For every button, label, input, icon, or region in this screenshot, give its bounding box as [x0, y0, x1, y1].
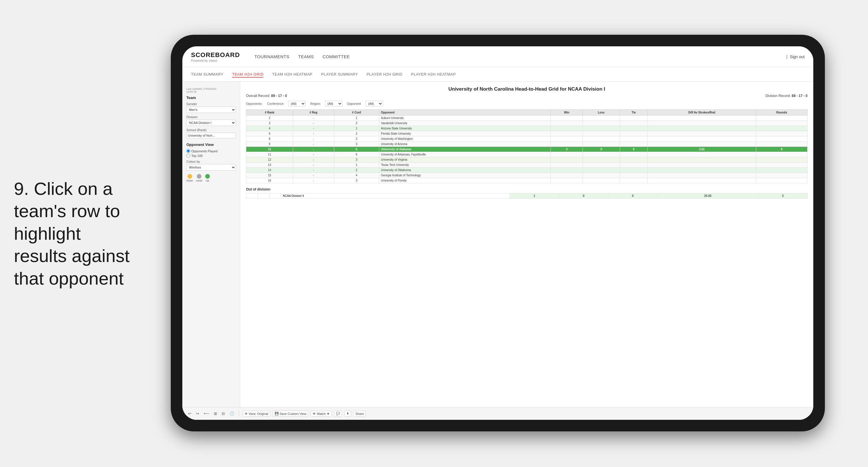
paste-btn[interactable]: ⊟: [221, 411, 226, 416]
undo-btn[interactable]: ↩: [187, 411, 192, 416]
sub-navbar: TEAM SUMMARY TEAM H2H GRID TEAM H2H HEAT…: [182, 67, 813, 82]
legend-down-dot: [188, 174, 192, 179]
table-row[interactable]: 8-2University of Washington: [246, 136, 807, 142]
instruction-body: Click on a team's row to highlight resul…: [14, 179, 130, 288]
subnav-team-h2h-heatmap[interactable]: TEAM H2H HEATMAP: [272, 71, 312, 78]
table-row[interactable]: 4-1Arizona State University: [246, 126, 807, 131]
legend: Down Level Up: [186, 174, 236, 182]
back-btn[interactable]: ⟵: [203, 411, 210, 416]
ood-rounds: 3: [758, 194, 807, 199]
school-input[interactable]: [186, 133, 236, 138]
sign-out-divider: |: [786, 54, 787, 59]
nav-tournaments[interactable]: TOURNAMENTS: [254, 53, 289, 60]
table-row[interactable]: 11-6University of Arkansas, Fayetteville: [246, 152, 807, 157]
save-custom-btn[interactable]: 💾 Save Custom View: [273, 411, 309, 417]
bottom-toolbar: ↩ ↪ ⟵ ⊞ ⊟ 🕐 👁 View: Original 💾 Save Cust…: [182, 407, 813, 420]
school-label: School (Rank): [186, 128, 236, 132]
last-updated: Last Updated: 27/03/2024 16:55:38: [186, 87, 236, 93]
sign-out-link[interactable]: Sign out: [790, 54, 805, 59]
gender-label: Gender: [186, 102, 236, 106]
colour-by-label: Colour by: [186, 160, 236, 163]
colour-by-select[interactable]: Win/loss: [186, 164, 236, 171]
gender-select[interactable]: Men's: [186, 107, 236, 113]
scene: 9. Click on a team's row to highlight re…: [0, 0, 868, 467]
app-navbar: SCOREBOARD Powered by clippd TOURNAMENTS…: [182, 46, 813, 67]
table-row[interactable]: 9-3University of Arizona: [246, 142, 807, 147]
opponent-filter-select[interactable]: (All): [366, 101, 383, 107]
col-conf: # Conf: [334, 110, 379, 116]
main-content: Last Updated: 27/03/2024 16:55:38 Team G…: [182, 82, 813, 420]
subnav-team-h2h-grid[interactable]: TEAM H2H GRID: [232, 71, 264, 78]
opponents-filter-label: Opponents:: [246, 102, 262, 106]
table-row[interactable]: 6-2Florida State University: [246, 131, 807, 136]
logo-text: SCOREBOARD: [191, 51, 240, 59]
nav-teams[interactable]: TEAMS: [298, 53, 314, 60]
ood-tie: 0: [608, 194, 657, 199]
legend-up-dot: [205, 174, 210, 179]
logo-area: SCOREBOARD Powered by clippd: [191, 51, 240, 62]
table-row[interactable]: 12-3University of Virginia: [246, 157, 807, 163]
opponent-filter-label: Opponent: [347, 102, 361, 106]
conference-filter-select[interactable]: (All): [288, 101, 306, 107]
opponent-view-group: Opponents Played Top 100: [186, 149, 236, 157]
region-filter-select[interactable]: (All): [325, 101, 342, 107]
ood-win: 1: [510, 194, 559, 199]
watch-btn[interactable]: 👁 Watch ▼: [311, 411, 332, 417]
table-row[interactable]: 13-1Texas Tech University: [246, 163, 807, 168]
overall-record: Overall Record: 89 - 17 - 0: [246, 94, 287, 98]
table-header-row: # Rank # Reg # Conf Opponent Win Loss Ti…: [246, 110, 807, 116]
comment-btn[interactable]: 💬: [334, 411, 342, 417]
sign-out-area: | Sign out: [786, 54, 805, 59]
subnav-team-summary[interactable]: TEAM SUMMARY: [191, 71, 223, 78]
sidebar-team-title: Team: [186, 95, 236, 100]
table-row[interactable]: 16-3University of Florida: [246, 178, 807, 183]
region-filter-label: Region: [310, 102, 320, 106]
share-btn[interactable]: Share: [353, 411, 366, 417]
out-of-division-header: Out of division: [246, 187, 807, 192]
legend-down: Down: [186, 174, 193, 182]
col-rounds: Rounds: [756, 110, 807, 116]
col-opponent: Opponent: [379, 110, 551, 116]
out-of-division-row[interactable]: NCAA Division II 1 0 0 26.00 3: [246, 194, 807, 199]
table-row[interactable]: 3-2Vanderbilt University: [246, 121, 807, 126]
clock-btn[interactable]: 🕐: [228, 411, 235, 416]
table-row[interactable]: 11-5University of Alabama3002.618: [246, 147, 807, 152]
table-row[interactable]: 2-1Auburn University: [246, 116, 807, 121]
ood-reg: [258, 194, 270, 199]
tablet-device: SCOREBOARD Powered by clippd TOURNAMENTS…: [171, 35, 825, 431]
out-of-division-table: NCAA Division II 1 0 0 26.00 3: [246, 193, 807, 199]
table-row[interactable]: 14-2University of Oklahoma: [246, 168, 807, 173]
nav-items: TOURNAMENTS TEAMS COMMITTEE: [254, 53, 775, 60]
nav-committee[interactable]: COMMITTEE: [322, 53, 350, 60]
division-record: Division Record: 88 - 17 - 0: [766, 94, 807, 98]
ood-diff: 26.00: [657, 194, 758, 199]
tablet-screen: SCOREBOARD Powered by clippd TOURNAMENTS…: [182, 46, 813, 420]
col-diff: Diff Av Strokes/Rnd: [648, 110, 756, 116]
step-number: 9.: [14, 179, 29, 199]
logo-sub: Powered by clippd: [191, 59, 240, 62]
conference-filter-label: Conference: [267, 102, 284, 106]
col-reg: # Reg: [293, 110, 334, 116]
grid-area: University of North Carolina Head-to-Hea…: [240, 82, 813, 420]
redo-btn[interactable]: ↪: [195, 411, 200, 416]
ood-loss: 0: [559, 194, 608, 199]
subnav-player-h2h-grid[interactable]: PLAYER H2H GRID: [367, 71, 403, 78]
radio-opponents-played[interactable]: Opponents Played: [186, 149, 236, 153]
data-table: # Rank # Reg # Conf Opponent Win Loss Ti…: [246, 110, 807, 183]
col-tie: Tie: [620, 110, 647, 116]
filters-row: Opponents: Conference (All) Region (All)…: [246, 101, 807, 107]
subnav-player-h2h-heatmap[interactable]: PLAYER H2H HEATMAP: [411, 71, 456, 78]
legend-level: Level: [196, 174, 202, 182]
table-row[interactable]: 15-4Georgia Institute of Technology: [246, 173, 807, 178]
ood-name: NCAA Division II: [281, 194, 510, 199]
division-select[interactable]: NCAA Division I: [186, 120, 236, 126]
ood-rank: [246, 194, 258, 199]
subnav-player-summary[interactable]: PLAYER SUMMARY: [321, 71, 358, 78]
export-btn[interactable]: ⬆: [344, 411, 351, 417]
table-body: 2-1Auburn University3-2Vanderbilt Univer…: [246, 116, 807, 183]
grid-title: University of North Carolina Head-to-Hea…: [246, 86, 807, 92]
view-original-btn[interactable]: 👁 View: Original: [243, 411, 270, 417]
col-rank: # Rank: [246, 110, 293, 116]
copy-btn[interactable]: ⊞: [213, 411, 218, 416]
radio-top-100[interactable]: Top 100: [186, 154, 236, 157]
